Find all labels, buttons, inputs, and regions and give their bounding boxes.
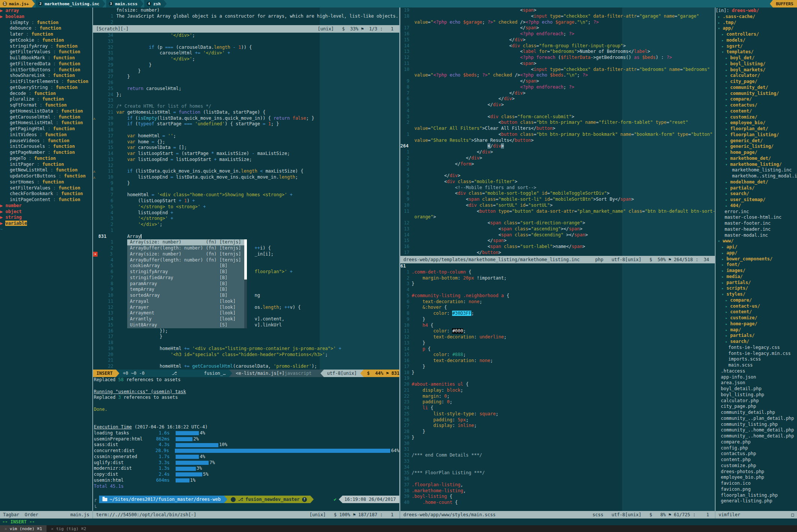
code-line[interactable]: 1 xyxy=(93,228,399,234)
code-line[interactable]: fn(size: number) xyxy=(93,8,399,14)
tree-directory[interactable]: ▾app/ xyxy=(716,26,797,32)
tree-directory[interactable]: ▸compare/ xyxy=(716,298,797,304)
tree-file[interactable]: floorplan_listing.php xyxy=(716,493,797,499)
code-line[interactable]: 36 xyxy=(400,476,715,482)
tmux-buffer-tab[interactable]: 2markethome_listing.inc xyxy=(36,0,105,8)
code-line[interactable]: value="<?php echo $garage; ?>" checked /… xyxy=(400,20,715,26)
tree-file[interactable]: boyl_listing.php xyxy=(716,392,797,398)
code-line[interactable]: 15 </span> xyxy=(400,238,715,244)
tree-file[interactable]: employee_bio.php xyxy=(716,475,797,481)
code-line[interactable] xyxy=(94,418,399,424)
code-line[interactable]: 7 &:hover { xyxy=(400,305,715,311)
code-line[interactable]: 8 xyxy=(93,186,399,192)
code-line[interactable]: 18 xyxy=(93,340,399,346)
code-line[interactable]: 1.comm-det-top-column { xyxy=(400,269,715,275)
tree-file[interactable]: customize.php xyxy=(716,463,797,469)
code-line[interactable]: Replaced 58 references to assets xyxy=(94,377,399,383)
code-line[interactable]: 4 xyxy=(400,108,715,114)
code-line[interactable]: 6 text-decoration: none; xyxy=(400,299,715,305)
tagbar-item[interactable]: initPageContent : function xyxy=(0,197,92,203)
code-line[interactable]: Replaced 3 references to assets xyxy=(94,395,399,401)
code-line[interactable]: 21 xyxy=(93,358,399,364)
tagbar-item[interactable]: stringifyArray : function xyxy=(0,44,92,50)
tagbar-item[interactable]: updateSortButtons : function xyxy=(0,173,92,179)
tree-directory[interactable]: ▸app/ xyxy=(716,250,797,256)
code-line[interactable]: 4 xyxy=(400,287,715,293)
tree-directory[interactable]: ▸floorplan_det/ xyxy=(716,126,797,132)
scss-window[interactable]: 611.comm-det-top-column {2 margin-bottom… xyxy=(400,263,715,511)
code-line[interactable]: 31 xyxy=(400,446,715,452)
tree-directory[interactable]: ▸api/ xyxy=(716,244,797,250)
tree-directory[interactable]: ▸partials/ xyxy=(716,280,797,286)
tagbar-item[interactable]: getNewListHtml : function xyxy=(0,167,92,173)
code-line[interactable]: 22/* Create HTML for list of homes */ xyxy=(93,104,399,110)
code-line[interactable]: 14 <div class="form-group filter-input-g… xyxy=(400,43,715,49)
code-line[interactable]: 11 <span> xyxy=(400,61,715,67)
code-line[interactable]: 29 } xyxy=(93,62,399,68)
tree-file[interactable]: config.php xyxy=(716,445,797,451)
code-line[interactable]: 16 text-decoration: none; xyxy=(400,358,715,364)
completion-item[interactable]: Uint8Array [S] xyxy=(127,322,247,328)
tree-directory[interactable]: ▸partials/ xyxy=(716,333,797,339)
code-line[interactable]: 25 return carouselHtml; xyxy=(93,86,399,92)
code-line[interactable]: 11 <button type="button" data-sort-attr=… xyxy=(400,209,715,215)
code-line[interactable]: 15 </div> xyxy=(400,37,715,43)
tree-file[interactable]: contactus.php xyxy=(716,451,797,457)
tree-directory[interactable]: ▾www/ xyxy=(716,238,797,244)
tagbar-item[interactable]: initSortButtons : function xyxy=(0,67,92,73)
tree-file[interactable]: markethom..sting_modal.inc xyxy=(716,173,797,179)
code-line[interactable]: 34 '</div>'; xyxy=(93,33,399,39)
completion-item[interactable]: Array(size: number) (fn) [ternjs] xyxy=(127,239,247,245)
code-line[interactable]: 17 } xyxy=(93,334,399,340)
code-line[interactable]: 19 homeHtml += '<div class="listing-prom… xyxy=(93,346,399,352)
code-line[interactable]: 9 } xyxy=(400,317,715,323)
tree-directory[interactable]: ▸generic_det/ xyxy=(716,138,797,144)
tree-directory[interactable]: ▸community_det/ xyxy=(716,85,797,91)
code-line[interactable]: 14 var listLoopStart = (startPage * maxL… xyxy=(93,151,399,157)
tree-directory[interactable]: ▸boyl_markets/ xyxy=(716,67,797,73)
tree-file[interactable]: markethome_listing.inc xyxy=(716,167,797,173)
code-line[interactable]: 17 </button> xyxy=(400,250,715,256)
tagbar-item[interactable]: initVideos : function xyxy=(0,132,92,138)
tmux-buffer-tab[interactable]: 4zsh xyxy=(144,0,167,8)
code-line[interactable]: 2 </div> xyxy=(400,155,715,161)
tree-file[interactable]: drees-photos.php xyxy=(716,469,797,475)
code-line[interactable]: 12 xyxy=(93,163,399,169)
code-line[interactable]: 20 '<h3 id="specials" class="hidden-head… xyxy=(93,352,399,358)
code-line[interactable]: ⚠10 listLoopEnd = listData.quick_move_in… xyxy=(93,174,399,180)
code-line[interactable]: 38.markethome-listing, xyxy=(400,488,715,494)
tree-directory[interactable]: ▸contactus/ xyxy=(716,102,797,108)
code-line[interactable]: ⚠20 if (isEmpty(listData.quick_move_ins.… xyxy=(93,116,399,122)
code-line[interactable]: 10 h4 { xyxy=(400,323,715,329)
code-line[interactable]: 10 <input type="checkbox" data-filter-at… xyxy=(400,67,715,73)
tagbar-item[interactable]: initPager : function xyxy=(0,162,92,168)
code-line[interactable]: 40 .home-count { xyxy=(400,500,715,506)
tmux-window-tab[interactable]: ✕vim (node)⌘1 xyxy=(0,525,47,532)
code-line[interactable]: 17 var homeHtml = ''; xyxy=(93,133,399,139)
code-line[interactable]: 6 </div> xyxy=(400,96,715,102)
code-line[interactable]: 11 color: #000; xyxy=(400,328,715,334)
tree-directory[interactable]: ▸generic_listing/ xyxy=(716,144,797,150)
code-line[interactable]: 20#about-amenities ul { xyxy=(400,382,715,388)
code-line[interactable]: 15 color: #888; xyxy=(400,352,715,358)
tree-file[interactable]: community_detail.php xyxy=(716,410,797,416)
code-line[interactable]: 5 '</strong> to <strong>' + xyxy=(93,204,399,210)
tagbar-item[interactable]: ▶ object xyxy=(0,209,92,215)
code-line[interactable]: 22 homeHtml += getCarouselHtml(carouselD… xyxy=(93,364,399,370)
tree-directory[interactable]: ▾templates/ xyxy=(716,49,797,55)
code-line[interactable]: 3 <div class="form-cancel-submit"> xyxy=(400,114,715,120)
code-line[interactable]: 831 Array xyxy=(93,234,399,240)
tree-file[interactable]: .htaccess xyxy=(716,368,797,374)
tree-directory[interactable]: ▸font/ xyxy=(716,262,797,268)
autocomplete-popup[interactable]: Array(size: number) (fn) [ternjs] ArrayB… xyxy=(127,239,247,328)
tree-directory[interactable]: ▸bower_components/ xyxy=(716,256,797,262)
completion-item[interactable]: tempArray [B] xyxy=(127,287,247,293)
tree-directory[interactable]: ▸customize/ xyxy=(716,315,797,321)
tree-directory[interactable]: ▸boyl_listing/ xyxy=(716,61,797,67)
code-line[interactable]: 9 } xyxy=(93,180,399,186)
tree-directory[interactable]: ▸map/ xyxy=(716,327,797,333)
code-line[interactable]: 8 color: #30D3FF; xyxy=(400,311,715,317)
code-line[interactable]: 12 <?php foreach ($filterData->getBedroo… xyxy=(400,55,715,61)
code-line[interactable]: 9 <span class="mobile-sort-li" id="mobil… xyxy=(400,197,715,203)
completion-item[interactable]: sortedArray [B] xyxy=(127,293,247,299)
